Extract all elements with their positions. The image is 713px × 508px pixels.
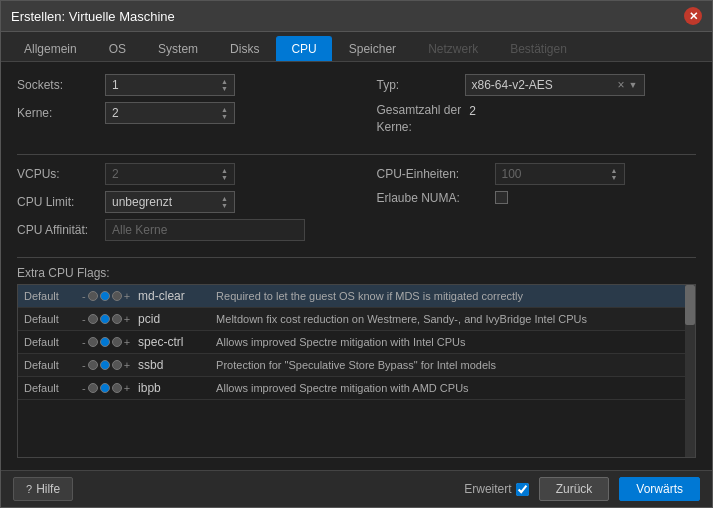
row-sockets: Sockets: 1 ▲▼ <box>17 74 337 96</box>
flag-default-0: Default <box>24 290 74 302</box>
extra-cpu-label: Extra CPU Flags: <box>17 266 696 280</box>
scrollbar-thumb[interactable] <box>685 285 695 325</box>
typ-dropdown-icon[interactable]: ▼ <box>629 80 638 90</box>
toggle-on-icon <box>112 291 122 301</box>
row-cpu-limit: CPU Limit: unbegrenzt ▲▼ <box>17 191 337 213</box>
cpu-limit-input[interactable]: unbegrenzt ▲▼ <box>105 191 235 213</box>
flag-name-4: ibpb <box>138 381 208 395</box>
toggle-mid-icon <box>100 314 110 324</box>
kerne-label: Kerne: <box>17 106 97 120</box>
kerne-input[interactable]: 2 ▲▼ <box>105 102 235 124</box>
vorwaerts-button[interactable]: Vorwärts <box>619 477 700 501</box>
row-gesamtzahl: Gesamtzahl der Kerne: 2 <box>377 102 697 136</box>
row-cpu-affinitaet: CPU Affinität: Alle Kerne <box>17 219 337 241</box>
gesamtzahl-value: 2 <box>469 102 476 118</box>
flag-name-3: ssbd <box>138 358 208 372</box>
erlaube-numa-label: Erlaube NUMA: <box>377 191 487 205</box>
tab-cpu[interactable]: CPU <box>276 36 331 61</box>
toggle-on-icon <box>112 314 122 324</box>
flag-toggle-3[interactable]: - + <box>82 359 130 371</box>
flag-desc-0: Required to let the guest OS know if MDS… <box>216 290 679 302</box>
flag-default-2: Default <box>24 336 74 348</box>
divider-2 <box>17 257 696 258</box>
flag-desc-1: Meltdown fix cost reduction on Westmere,… <box>216 313 679 325</box>
row-typ: Typ: x86-64-v2-AES × ▼ <box>377 74 697 96</box>
tab-netzwerk: Netzwerk <box>413 36 493 61</box>
vcpus-label: VCPUs: <box>17 167 97 181</box>
row-kerne: Kerne: 2 ▲▼ <box>17 102 337 124</box>
cpu-einheiten-input[interactable]: 100 ▲▼ <box>495 163 625 185</box>
col-left-1: Sockets: 1 ▲▼ Kerne: 2 ▲▼ <box>17 74 337 136</box>
flag-toggle-1[interactable]: - + <box>82 313 130 325</box>
sockets-input[interactable]: 1 ▲▼ <box>105 74 235 96</box>
erweitert-checkbox[interactable] <box>516 483 529 496</box>
sockets-label: Sockets: <box>17 78 97 92</box>
tab-system[interactable]: System <box>143 36 213 61</box>
zurueck-button[interactable]: Zurück <box>539 477 610 501</box>
flag-toggle-2[interactable]: - + <box>82 336 130 348</box>
flag-desc-4: Allows improved Spectre mitigation with … <box>216 382 679 394</box>
dialog-title: Erstellen: Virtuelle Maschine <box>11 9 175 24</box>
tab-bestaetigen: Bestätigen <box>495 36 582 61</box>
divider-1 <box>17 154 696 155</box>
cpu-affinitaet-input[interactable]: Alle Kerne <box>105 219 305 241</box>
toggle-off-icon <box>88 383 98 393</box>
toggle-mid-icon <box>100 291 110 301</box>
scrollbar[interactable] <box>685 285 695 457</box>
vcpus-spinner[interactable]: ▲▼ <box>221 167 228 181</box>
toggle-on-icon <box>112 337 122 347</box>
table-row: Default - + ssbd Protection for "Specula… <box>18 354 685 377</box>
flag-desc-2: Allows improved Spectre mitigation with … <box>216 336 679 348</box>
flag-toggle-0[interactable]: - + <box>82 290 130 302</box>
flag-name-0: md-clear <box>138 289 208 303</box>
cpu-einheiten-label: CPU-Einheiten: <box>377 167 487 181</box>
flag-name-2: spec-ctrl <box>138 335 208 349</box>
flag-default-3: Default <box>24 359 74 371</box>
toggle-off-icon <box>88 337 98 347</box>
flag-toggle-4[interactable]: - + <box>82 382 130 394</box>
cpu-affinitaet-label: CPU Affinität: <box>17 223 97 237</box>
close-button[interactable]: ✕ <box>684 7 702 25</box>
vcpus-input[interactable]: 2 ▲▼ <box>105 163 235 185</box>
title-bar: Erstellen: Virtuelle Maschine ✕ <box>1 1 712 32</box>
toggle-off-icon <box>88 291 98 301</box>
cpu-flags-table: Default - + md-clear Required to let the… <box>17 284 696 458</box>
tab-allgemein[interactable]: Allgemein <box>9 36 92 61</box>
flag-default-4: Default <box>24 382 74 394</box>
toggle-on-icon <box>112 360 122 370</box>
row-vcpus: VCPUs: 2 ▲▼ <box>17 163 337 185</box>
sockets-spinner[interactable]: ▲▼ <box>221 78 228 92</box>
flag-default-1: Default <box>24 313 74 325</box>
toggle-mid-icon <box>100 383 110 393</box>
cpu-limit-label: CPU Limit: <box>17 195 97 209</box>
hilfe-button[interactable]: ? Hilfe <box>13 477 73 501</box>
flag-desc-3: Protection for "Speculative Store Bypass… <box>216 359 679 371</box>
table-row: Default - + spec-ctrl Allows improved Sp… <box>18 331 685 354</box>
typ-clear-icon[interactable]: × <box>618 78 625 92</box>
section-vcpus: VCPUs: 2 ▲▼ CPU Limit: unbegrenzt ▲▼ CPU… <box>17 163 696 241</box>
erweitert-label: Erweitert <box>464 482 511 496</box>
col-left-2: VCPUs: 2 ▲▼ CPU Limit: unbegrenzt ▲▼ CPU… <box>17 163 337 241</box>
tab-os[interactable]: OS <box>94 36 141 61</box>
erweitert-check: Erweitert <box>464 482 528 496</box>
typ-select[interactable]: x86-64-v2-AES × ▼ <box>465 74 645 96</box>
row-cpu-einheiten: CPU-Einheiten: 100 ▲▼ <box>377 163 697 185</box>
tab-speicher[interactable]: Speicher <box>334 36 411 61</box>
footer-right: Erweitert Zurück Vorwärts <box>464 477 700 501</box>
content-area: Sockets: 1 ▲▼ Kerne: 2 ▲▼ Typ: <box>1 62 712 470</box>
flag-name-1: pcid <box>138 312 208 326</box>
cpu-einheiten-spinner[interactable]: ▲▼ <box>611 167 618 181</box>
kerne-spinner[interactable]: ▲▼ <box>221 106 228 120</box>
toggle-off-icon <box>88 360 98 370</box>
table-row: Default - + pcid Meltdown fix cost reduc… <box>18 308 685 331</box>
cpu-limit-spinner[interactable]: ▲▼ <box>221 195 228 209</box>
toggle-on-icon <box>112 383 122 393</box>
row-erlaube-numa: Erlaube NUMA: <box>377 191 697 205</box>
toggle-mid-icon <box>100 337 110 347</box>
col-right-2: CPU-Einheiten: 100 ▲▼ Erlaube NUMA: <box>377 163 697 241</box>
flags-list: Default - + md-clear Required to let the… <box>18 285 685 457</box>
table-row: Default - + md-clear Required to let the… <box>18 285 685 308</box>
gesamtzahl-label: Gesamtzahl der Kerne: <box>377 102 462 136</box>
tab-disks[interactable]: Disks <box>215 36 274 61</box>
erlaube-numa-checkbox[interactable] <box>495 191 508 204</box>
